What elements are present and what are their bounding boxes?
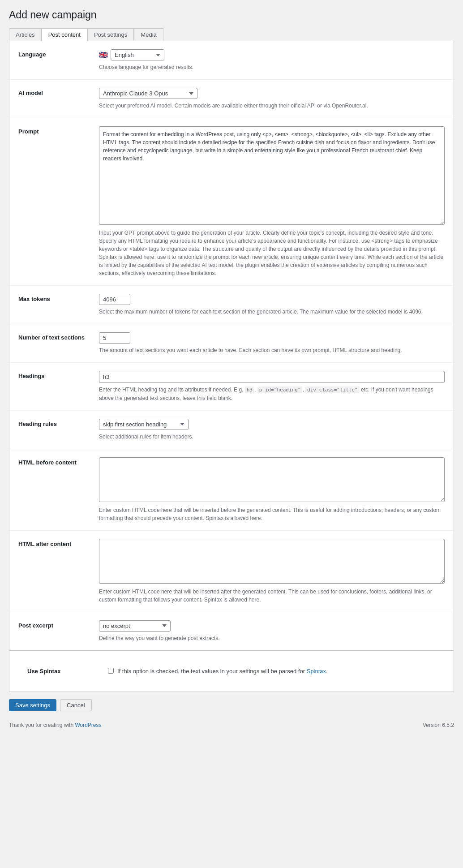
language-select-wrap: 🇬🇧 English French Spanish German	[99, 49, 445, 60]
spintax-checkbox[interactable]	[108, 668, 114, 674]
html-after-textarea[interactable]	[99, 539, 445, 584]
post-excerpt-description: Define the way you want to generate post…	[99, 634, 445, 642]
prompt-row: Prompt Format the content for embedding …	[9, 118, 454, 286]
language-row: Language 🇬🇧 English French Spanish Germa…	[9, 41, 454, 80]
tabs-bar: Articles Post content Post settings Medi…	[9, 28, 454, 41]
max-tokens-description: Select the maximum number of tokens for …	[99, 308, 445, 316]
num-sections-label: Number of text sections	[18, 332, 99, 341]
ai-model-description: Select your preferred AI model. Certain …	[99, 102, 445, 110]
max-tokens-content: Select the maximum number of tokens for …	[99, 294, 445, 316]
language-select[interactable]: English French Spanish German	[111, 49, 164, 60]
cancel-button[interactable]: Cancel	[60, 699, 91, 711]
heading-rules-label: Heading rules	[18, 419, 99, 427]
html-before-textarea[interactable]	[99, 457, 445, 502]
page-title: Add new campaign	[9, 9, 454, 21]
spintax-content: If this option is checked, the text valu…	[108, 667, 436, 676]
num-sections-content: The amount of text sections you want eac…	[99, 332, 445, 354]
spintax-label: Use Spintax	[27, 667, 108, 675]
spintax-description: If this option is checked, the text valu…	[117, 667, 328, 676]
prompt-description: Input your GPT prompt above to guide the…	[99, 229, 445, 277]
num-sections-wrap	[99, 332, 445, 344]
actions-row: Save settings Cancel	[9, 692, 454, 715]
tab-post-settings[interactable]: Post settings	[87, 28, 134, 41]
post-excerpt-label: Post excerpt	[18, 620, 99, 629]
heading-rules-content: skip first section heading none use all …	[99, 419, 445, 441]
heading-rules-row: Heading rules skip first section heading…	[9, 411, 454, 449]
ai-model-label: AI model	[18, 88, 99, 96]
heading-rules-select[interactable]: skip first section heading none use all …	[99, 419, 189, 430]
spintax-link[interactable]: Spintax	[307, 668, 326, 675]
max-tokens-wrap	[99, 294, 445, 305]
ai-model-select[interactable]: Anthropic Claude 3 Opus GPT-4 GPT-3.5 Tu…	[99, 88, 197, 99]
html-after-description: Enter custom HTML code here that will be…	[99, 588, 445, 604]
headings-input[interactable]	[99, 371, 445, 383]
num-sections-input[interactable]	[99, 332, 130, 344]
max-tokens-label: Max tokens	[18, 294, 99, 302]
prompt-content: Format the content for embedding in a Wo…	[99, 126, 445, 277]
language-content: 🇬🇧 English French Spanish German Choose …	[99, 49, 445, 71]
tab-articles[interactable]: Articles	[9, 28, 42, 41]
headings-row: Headings Enter the HTML heading tag and …	[9, 363, 454, 411]
post-excerpt-content: no excerpt generate excerpt first paragr…	[99, 620, 445, 642]
footer: Thank you for creating with WordPress Ve…	[9, 722, 454, 728]
html-after-label: HTML after content	[18, 539, 99, 547]
use-spintax-section: Use Spintax If this option is checked, t…	[9, 651, 454, 692]
max-tokens-input[interactable]	[99, 294, 130, 305]
wordpress-link[interactable]: WordPress	[75, 722, 101, 728]
post-excerpt-row: Post excerpt no excerpt generate excerpt…	[9, 612, 454, 650]
headings-content: Enter the HTML heading tag and its attri…	[99, 371, 445, 402]
tab-media[interactable]: Media	[134, 28, 163, 41]
spintax-row: Use Spintax If this option is checked, t…	[18, 659, 445, 684]
heading-rules-description: Select additional rules for item headers…	[99, 433, 445, 441]
html-after-content: Enter custom HTML code here that will be…	[99, 539, 445, 604]
html-before-content: Enter custom HTML code here that will be…	[99, 457, 445, 522]
language-description: Choose language for generated results.	[99, 63, 445, 71]
prompt-label: Prompt	[18, 126, 99, 135]
headings-description: Enter the HTML heading tag and its attri…	[99, 386, 445, 402]
ai-model-row: AI model Anthropic Claude 3 Opus GPT-4 G…	[9, 80, 454, 118]
num-sections-row: Number of text sections The amount of te…	[9, 324, 454, 363]
ai-model-content: Anthropic Claude 3 Opus GPT-4 GPT-3.5 Tu…	[99, 88, 445, 110]
flag-icon: 🇬🇧	[99, 51, 108, 59]
html-after-row: HTML after content Enter custom HTML cod…	[9, 531, 454, 612]
tab-post-content[interactable]: Post content	[42, 28, 87, 41]
version-text: Version 6.5.2	[423, 722, 454, 728]
num-sections-description: The amount of text sections you want eac…	[99, 346, 445, 354]
html-before-row: HTML before content Enter custom HTML co…	[9, 449, 454, 531]
post-excerpt-select[interactable]: no excerpt generate excerpt first paragr…	[99, 620, 171, 632]
prompt-textarea[interactable]: Format the content for embedding in a Wo…	[99, 126, 445, 225]
language-label: Language	[18, 49, 99, 58]
html-before-label: HTML before content	[18, 457, 99, 466]
save-button[interactable]: Save settings	[9, 699, 56, 711]
form-card: Language 🇬🇧 English French Spanish Germa…	[9, 41, 454, 651]
headings-label: Headings	[18, 371, 99, 379]
max-tokens-row: Max tokens Select the maximum number of …	[9, 286, 454, 324]
html-before-description: Enter custom HTML code here that will be…	[99, 506, 445, 522]
